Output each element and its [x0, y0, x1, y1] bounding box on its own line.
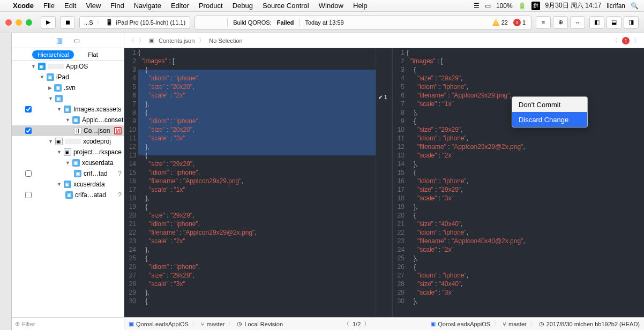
menu-dont-commit[interactable]: Don't Commit — [512, 97, 587, 112]
unknown-badge2: ? — [118, 191, 122, 199]
tree-images-check[interactable] — [25, 106, 32, 112]
menu-navigate[interactable]: Navigate — [134, 2, 161, 10]
bottom-branch-right[interactable]: ⑂ master — [503, 321, 527, 327]
code-left: { "images" : [ { "idiom" : "iphone", "si… — [138, 48, 376, 305]
bottom-local-revision[interactable]: ◷ Local Revision — [237, 320, 283, 327]
jump-file[interactable]: Contents.json — [159, 38, 194, 44]
toggle-debug-area[interactable]: ⬓ — [606, 16, 621, 29]
battery-icon: 🔋 — [518, 2, 526, 10]
tree-crif2-check[interactable] — [25, 192, 32, 198]
date-text: 9月30日 周六 14:17 — [545, 1, 602, 10]
issue-next[interactable]: 〉 — [634, 36, 640, 44]
scheme-device: iPad Pro (10.5-inch) (11.1) — [116, 19, 186, 26]
stop-button[interactable]: ◼ — [60, 16, 75, 29]
source-control-navigator-icon[interactable]: ▭ — [72, 36, 81, 45]
nav-back[interactable]: 〈 — [129, 36, 134, 44]
run-button[interactable]: ▶ — [41, 16, 56, 29]
menu-debug[interactable]: Debug — [233, 2, 253, 10]
toggle-inspector[interactable]: ◨ — [624, 16, 639, 29]
editor-mode-version[interactable]: ↔ — [570, 16, 585, 29]
project-navigator-icon[interactable]: ▥ — [55, 36, 64, 45]
bottom-commit[interactable]: ◷ 2017/8/30 mlchen bb192b2 (HEAD) — [539, 320, 640, 327]
toggle-navigator[interactable]: ◧ — [589, 16, 604, 29]
menu-find[interactable]: Find — [110, 2, 124, 10]
gutter-right: 1 2 3 4 5 6 7 8 9 10 11 12 13 14 15 16 1… — [393, 48, 407, 305]
navigator-filter[interactable]: ⊕ Filter — [12, 317, 124, 330]
menu-app[interactable]: Xcode — [13, 2, 34, 10]
close-window-button[interactable] — [5, 19, 12, 26]
gutter-left: 1 2 3 4 5 6 7 8 9 10 11 12 13 14 15 16 1… — [124, 48, 138, 305]
scheme-target: ...S — [84, 19, 93, 26]
warning-count[interactable]: !22 — [492, 19, 508, 26]
unknown-badge: ? — [118, 170, 122, 177]
menu-editor[interactable]: Editor — [171, 2, 189, 10]
tree-crif1-check[interactable] — [25, 170, 32, 177]
bottom-project-r[interactable]: ▣ QorosLeadsAppiOS — [430, 320, 490, 327]
build-time: Today at 13:59 — [305, 19, 343, 26]
issue-error-badge[interactable]: 1 — [622, 37, 630, 44]
tree-xcuserdata2[interactable]: ▼▣xcuserdata — [12, 179, 124, 190]
menu-help[interactable]: Help — [353, 2, 368, 10]
menu-window[interactable]: Window — [319, 2, 343, 10]
input-method-icon[interactable]: 拼 — [531, 2, 540, 10]
zoom-window-button[interactable] — [26, 19, 32, 26]
window-toolbar: ▶ ◼ ...S 〉 📱 iPad Pro (10.5-inch) (11.1)… — [0, 12, 644, 33]
build-text: Build QOROS: — [233, 19, 272, 26]
version-bottom-bar: ▣ QorosLeadsAppiOS 〉 ⑂ master 〉 ◷ Local … — [124, 317, 644, 330]
airplay-icon[interactable]: ▭ — [485, 2, 491, 10]
user-text[interactable]: licrifan — [606, 2, 625, 10]
wifi-icon[interactable]: ☰ — [474, 2, 480, 10]
filter-placeholder: Filter — [22, 321, 35, 327]
tree-appicon-set[interactable]: ▼▣Applc…conset — [12, 115, 124, 125]
bottom-branch-left[interactable]: ⑂ master — [201, 321, 225, 327]
scheme-selector[interactable]: ...S 〉 📱 iPad Pro (10.5-inch) (11.1) — [79, 16, 190, 29]
modified-badge: M — [114, 127, 122, 134]
diff-position: 1/2 — [353, 321, 361, 327]
tree-ipad[interactable]: ▼▣iPad — [12, 72, 124, 82]
mode-hierarchical[interactable]: Hierarchical — [32, 50, 74, 59]
menu-view[interactable]: View — [86, 2, 101, 10]
editor-mode-assistant[interactable]: ⊕ — [553, 16, 568, 29]
diff-prev[interactable]: 〈 — [343, 320, 349, 328]
editor-mode-standard[interactable]: ≡ — [536, 16, 551, 29]
menu-discard-change[interactable]: Discard Change — [512, 112, 587, 127]
tree-root[interactable]: ▼▣AppiOS — [12, 61, 124, 72]
window-left-gutter — [0, 33, 12, 330]
jump-file-icon: ▣ — [149, 37, 154, 44]
bottom-project[interactable]: ▣ QorosLeadsAppiOS — [129, 320, 189, 327]
editor-area: 〈 〉 ▣ Contents.json 〉 No Selection 〈 1 〉… — [124, 33, 644, 330]
tree-contents-json[interactable]: {}Co…jsonM — [12, 125, 124, 136]
tree-crif1[interactable]: ▣crif…tad? — [12, 168, 124, 179]
tree-blank[interactable]: ▼▣ — [12, 93, 124, 104]
spotlight-icon[interactable]: 🔍 — [631, 2, 639, 10]
tree-contents-check[interactable] — [25, 128, 32, 134]
diff-hunk-indicator[interactable]: ✔ 1 — [378, 94, 387, 100]
tree-images-xcassets[interactable]: ▼▣Images.xcassets — [12, 104, 124, 115]
tree-rkspace[interactable]: ▼▣project…rkspace — [12, 147, 124, 158]
code-right: { "images" : [ { "size" : "29x29", "idio… — [407, 48, 644, 305]
tree-crif2[interactable]: ▣crifa…atad? — [12, 190, 124, 200]
navigator-mode-row: Hierarchical Flat — [12, 48, 124, 61]
navigator-selector: ▥ ▭ — [12, 33, 124, 48]
menu-product[interactable]: Product — [199, 2, 223, 10]
build-status: Failed — [277, 19, 294, 26]
jump-selection[interactable]: No Selection — [209, 38, 242, 44]
error-count[interactable]: !1 — [513, 19, 526, 26]
minimize-window-button[interactable] — [16, 19, 22, 26]
menu-source-control[interactable]: Source Control — [263, 2, 309, 10]
diff-next[interactable]: 〉 — [364, 320, 370, 328]
main-area: ▥ ▭ Hierarchical Flat ▼▣AppiOS ▼▣iPad ▶▣… — [0, 33, 644, 330]
menubar: Xcode File Edit View Find Navigate Edito… — [0, 0, 644, 12]
filter-icon: ⊕ — [15, 320, 20, 327]
tree-xcuserdata1[interactable]: ▼▣xcuserdata — [12, 158, 124, 168]
tree-svn[interactable]: ▶▣.svn — [12, 82, 124, 93]
tree-xcodeproj[interactable]: ▼▣xcodeproj — [12, 136, 124, 147]
mode-flat[interactable]: Flat — [83, 50, 103, 59]
menu-file[interactable]: File — [43, 2, 55, 10]
menu-edit[interactable]: Edit — [64, 2, 76, 10]
code-pane-left[interactable]: 1 2 3 4 5 6 7 8 9 10 11 12 13 14 15 16 1… — [124, 48, 376, 317]
issue-prev[interactable]: 〈 — [612, 36, 618, 44]
traffic-lights — [5, 19, 32, 26]
code-pane-right[interactable]: 1 2 3 4 5 6 7 8 9 10 11 12 13 14 15 16 1… — [393, 48, 644, 317]
nav-forward[interactable]: 〉 — [139, 36, 145, 44]
